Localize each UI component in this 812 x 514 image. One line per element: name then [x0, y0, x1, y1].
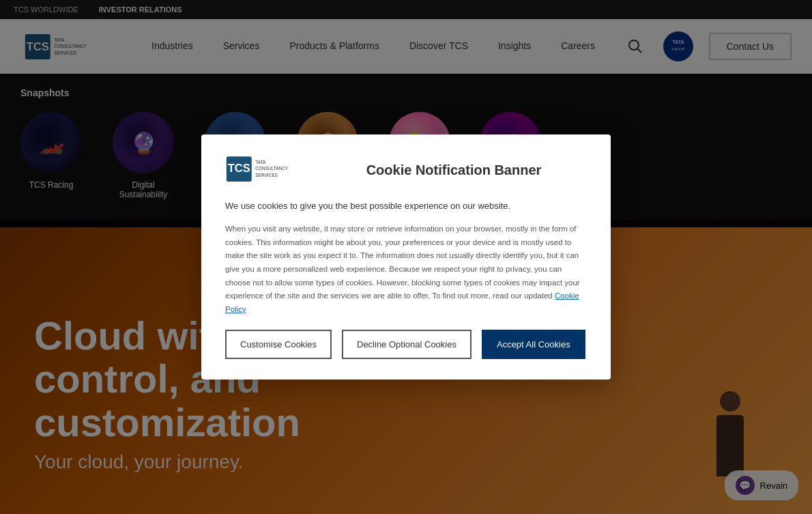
svg-text:SERVICES: SERVICES: [255, 173, 278, 177]
cookie-intro: We use cookies to give you the best poss…: [225, 199, 587, 213]
svg-text:TATA: TATA: [255, 160, 266, 165]
cookie-actions: Customise Cookies Decline Optional Cooki…: [225, 330, 587, 359]
cookie-modal-header: TCS TATA CONSULTANCY SERVICES Cookie Not…: [225, 155, 587, 186]
cookie-modal-title: Cookie Notification Banner: [321, 162, 587, 178]
decline-cookies-button[interactable]: Decline Optional Cookies: [342, 330, 472, 359]
cookie-tcs-logo: TCS TATA CONSULTANCY SERVICES: [225, 155, 307, 186]
cookie-body: When you visit any website, it may store…: [225, 223, 587, 316]
svg-text:CONSULTANCY: CONSULTANCY: [255, 166, 289, 171]
cookie-tcs-logo-svg: TCS TATA CONSULTANCY SERVICES: [225, 155, 307, 186]
accept-cookies-button[interactable]: Accept All Cookies: [482, 330, 585, 359]
svg-text:TCS: TCS: [228, 162, 250, 175]
cookie-body-text: When you visit any website, it may store…: [225, 225, 580, 300]
cookie-modal: TCS TATA CONSULTANCY SERVICES Cookie Not…: [201, 134, 611, 380]
cookie-modal-overlay: TCS TATA CONSULTANCY SERVICES Cookie Not…: [0, 0, 812, 514]
customise-cookies-button[interactable]: Customise Cookies: [225, 330, 332, 359]
